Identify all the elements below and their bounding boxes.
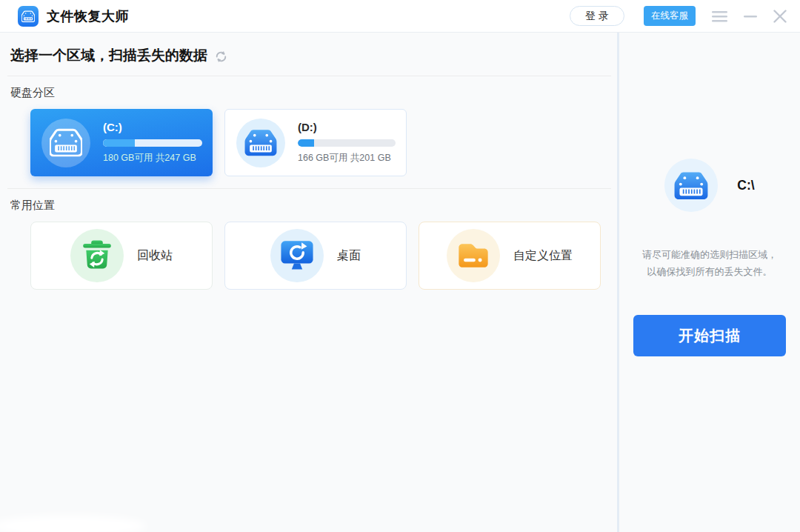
selected-drive-summary: C:\ xyxy=(664,159,754,212)
scan-sidebar: C:\ 请尽可能准确的选则扫描区域， 以确保找到所有的丢失文件。 开始扫描 xyxy=(619,33,800,532)
close-icon[interactable] xyxy=(773,10,787,23)
recycle-bin-icon xyxy=(70,229,124,282)
online-support-button[interactable]: 在线客服 xyxy=(644,6,696,26)
locations-section-label: 常用位置 xyxy=(10,199,617,213)
drive-c-usage-bar xyxy=(103,139,202,147)
drive-cards-row: (C:) 180 GB可用 共247 GB (D:) 166 G xyxy=(30,109,617,176)
desktop-label: 桌面 xyxy=(337,248,361,264)
scan-area-panel: 选择一个区域，扫描丢失的数据 硬盘分区 (C:) 180 GB可用 共247 G… xyxy=(0,33,617,532)
location-cards-row: 回收站 桌面 自定义位置 xyxy=(30,222,617,290)
selected-drive-name: C:\ xyxy=(737,178,754,193)
app-logo-icon xyxy=(18,6,39,27)
menu-icon[interactable] xyxy=(712,10,727,22)
app-title: 文件恢复大师 xyxy=(47,7,129,25)
partitions-section-label: 硬盘分区 xyxy=(10,86,617,100)
drive-c-name: (C:) xyxy=(103,121,202,133)
page-title: 选择一个区域，扫描丢失的数据 xyxy=(10,46,207,65)
location-card-desktop[interactable]: 桌面 xyxy=(224,222,407,290)
drive-d-usage-bar xyxy=(298,139,396,147)
drive-d-usage-text: 166 GB可用 共201 GB xyxy=(298,152,396,164)
title-bar: 文件恢复大师 登 录 在线客服 xyxy=(0,0,800,33)
login-button[interactable]: 登 录 xyxy=(570,6,624,26)
drive-d-icon xyxy=(236,119,285,167)
refresh-icon[interactable] xyxy=(215,50,227,63)
location-card-recycle-bin[interactable]: 回收站 xyxy=(30,222,213,290)
drive-card-c[interactable]: (C:) 180 GB可用 共247 GB xyxy=(30,109,213,176)
folder-icon xyxy=(447,229,500,282)
location-card-custom[interactable]: 自定义位置 xyxy=(419,222,601,290)
watermark-smudge xyxy=(0,516,147,532)
selected-drive-icon xyxy=(664,159,718,212)
custom-location-label: 自定义位置 xyxy=(513,248,573,264)
drive-card-d[interactable]: (D:) 166 GB可用 共201 GB xyxy=(224,109,407,176)
start-scan-button[interactable]: 开始扫描 xyxy=(633,315,786,356)
minimize-icon[interactable] xyxy=(744,10,757,22)
drive-d-name: (D:) xyxy=(298,121,396,133)
drive-c-icon xyxy=(41,119,90,167)
scan-hint-text: 请尽可能准确的选则扫描区域， 以确保找到所有的丢失文件。 xyxy=(642,246,777,280)
recycle-bin-label: 回收站 xyxy=(137,248,173,264)
drive-c-usage-text: 180 GB可用 共247 GB xyxy=(103,152,202,164)
desktop-refresh-icon xyxy=(270,229,324,282)
